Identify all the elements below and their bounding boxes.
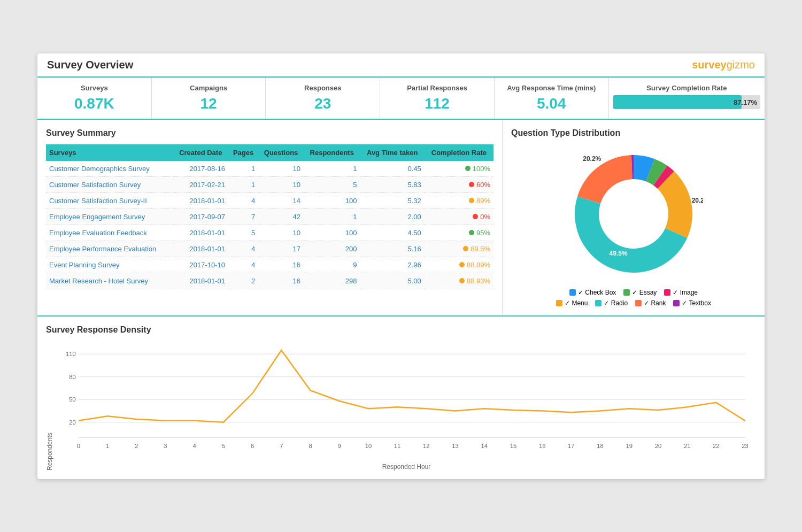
cell-avg-time: 5.32 <box>360 192 425 209</box>
table-row: Employee Performance Evaluation 2018-01-… <box>46 241 493 257</box>
svg-text:5: 5 <box>222 443 225 449</box>
donut-container: 20.2%49.5%20.2% ✓ Check Box✓ Essay✓ Imag… <box>511 144 756 307</box>
cell-pages: 5 <box>228 225 258 241</box>
legend-box <box>569 289 576 296</box>
svg-text:22: 22 <box>713 443 719 449</box>
brand-survey: survey <box>692 59 727 71</box>
main-content: Survey Summary Surveys Created Date Page… <box>37 120 765 315</box>
completion-value: 89.5% <box>471 245 490 253</box>
cell-survey-name[interactable]: Customer Demographics Survey <box>46 161 173 177</box>
svg-text:2: 2 <box>135 443 138 449</box>
kpi-responses-value: 23 <box>270 95 375 112</box>
cell-survey-name[interactable]: Event Planning Survey <box>46 257 173 273</box>
cell-pages: 4 <box>228 257 258 273</box>
cell-survey-name[interactable]: Market Research - Hotel Survey <box>46 273 173 289</box>
completion-value: 89% <box>476 197 490 205</box>
cell-completion: 89% <box>425 192 493 209</box>
legend-box <box>673 300 680 306</box>
cell-respondents: 200 <box>304 241 360 257</box>
cell-pages: 4 <box>228 192 258 209</box>
legend-box <box>595 300 602 306</box>
svg-text:23: 23 <box>742 443 748 449</box>
density-chart-wrap: Respondents 2050801100123456789101112131… <box>46 341 756 471</box>
svg-text:0: 0 <box>77 443 80 449</box>
line-chart: 2050801100123456789101112131415161718192… <box>57 341 756 459</box>
cell-avg-time: 4.50 <box>360 225 425 241</box>
cell-pages: 2 <box>228 273 258 289</box>
cell-avg-time: 2.96 <box>360 257 425 273</box>
cell-survey-name[interactable]: Employee Performance Evaluation <box>46 241 173 257</box>
col-questions: Questions <box>258 144 304 161</box>
svg-text:8: 8 <box>309 443 312 449</box>
completion-value: 88.89% <box>467 261 490 269</box>
cell-pages: 4 <box>228 241 258 257</box>
page-title: Survey Overview <box>47 59 133 71</box>
table-row: Customer Demographics Survey 2017-08-16 … <box>46 161 493 177</box>
svg-text:16: 16 <box>539 443 545 449</box>
cell-questions: 42 <box>258 209 304 225</box>
survey-summary-table: Surveys Created Date Pages Questions Res… <box>46 144 493 289</box>
cell-date: 2018-01-01 <box>173 241 228 257</box>
density-section: Survey Response Density Respondents 2050… <box>37 315 765 479</box>
svg-text:18: 18 <box>597 443 603 449</box>
kpi-responses: Responses 23 <box>266 78 380 119</box>
cell-avg-time: 5.00 <box>360 273 425 289</box>
kpi-surveys-label: Surveys <box>42 84 147 92</box>
kpi-completion-rate: Survey Completion Rate 87.17% <box>609 78 765 119</box>
cell-date: 2018-01-01 <box>173 225 228 241</box>
density-title: Survey Response Density <box>46 325 756 335</box>
cell-completion: 95% <box>425 225 493 241</box>
legend-item: ✓ Check Box <box>569 289 616 296</box>
completion-dot <box>473 214 478 219</box>
chart-area: 2050801100123456789101112131415161718192… <box>57 341 756 471</box>
dashboard: Survey Overview surveygizmo Surveys 0.87… <box>37 53 765 479</box>
svg-text:110: 110 <box>66 351 76 357</box>
donut-label: 49.5% <box>610 249 628 257</box>
legend-label: ✓ Menu <box>565 299 588 307</box>
svg-text:21: 21 <box>684 443 690 449</box>
col-surveys: Surveys <box>46 144 173 161</box>
completion-value: 0% <box>480 213 490 221</box>
kpi-campaigns-label: Campaigns <box>156 84 261 92</box>
cell-completion: 89.5% <box>425 241 493 257</box>
cell-respondents: 100 <box>304 192 360 209</box>
cell-pages: 1 <box>228 176 258 192</box>
kpi-avg-label: Avg Response Time (mins) <box>499 84 604 92</box>
svg-text:20: 20 <box>69 419 75 425</box>
kpi-partial-responses: Partial Responses 112 <box>380 78 495 119</box>
completion-value: 88.93% <box>467 277 490 285</box>
svg-text:3: 3 <box>164 443 167 449</box>
kpi-avg-response-time: Avg Response Time (mins) 5.04 <box>495 78 609 119</box>
donut-legend: ✓ Check Box✓ Essay✓ Image✓ Menu✓ Radio✓ … <box>553 289 714 307</box>
cell-survey-name[interactable]: Employee Evaluation Feedback <box>46 225 173 241</box>
svg-text:19: 19 <box>626 443 633 449</box>
legend-box <box>623 289 630 296</box>
cell-date: 2018-01-01 <box>173 192 228 209</box>
completion-dot <box>465 166 471 171</box>
kpi-surveys: Surveys 0.87K <box>37 78 152 119</box>
legend-item: ✓ Textbox <box>673 299 711 307</box>
survey-summary-title: Survey Summary <box>46 128 493 138</box>
table-row: Employee Evaluation Feedback 2018-01-01 … <box>46 225 493 241</box>
legend-label: ✓ Radio <box>604 299 628 307</box>
density-line <box>79 350 745 422</box>
kpi-partial-label: Partial Responses <box>384 84 490 92</box>
cell-survey-name[interactable]: Employee Engagement Survey <box>46 209 173 225</box>
cell-pages: 1 <box>228 161 258 177</box>
legend-box <box>556 300 562 306</box>
legend-label: ✓ Essay <box>632 289 657 296</box>
completion-dot <box>459 262 465 267</box>
svg-text:6: 6 <box>251 443 254 449</box>
brand-gizmo: gizmo <box>727 59 755 71</box>
legend-label: ✓ Rank <box>644 299 666 307</box>
cell-survey-name[interactable]: Customer Satisfaction Survey-II <box>46 192 173 209</box>
svg-text:4: 4 <box>193 443 196 449</box>
cell-avg-time: 0.45 <box>360 161 425 177</box>
svg-text:11: 11 <box>394 443 400 449</box>
cell-pages: 7 <box>228 209 258 225</box>
cell-survey-name[interactable]: Customer Satisfaction Survey <box>46 176 173 192</box>
cell-avg-time: 5.16 <box>360 241 425 257</box>
legend-label: ✓ Check Box <box>578 289 616 296</box>
kpi-surveys-value: 0.87K <box>42 95 147 112</box>
cell-completion: 100% <box>425 161 493 177</box>
